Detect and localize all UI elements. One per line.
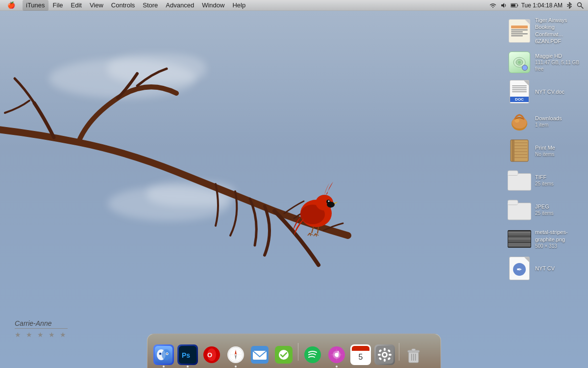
svg-rect-76 bbox=[384, 359, 386, 362]
svg-point-74 bbox=[383, 353, 386, 356]
nyt-cv-icon: ✒ bbox=[508, 257, 531, 280]
dock-item-spotify[interactable] bbox=[301, 343, 324, 366]
svg-point-45 bbox=[167, 353, 168, 354]
svg-point-11 bbox=[327, 202, 335, 208]
nyt-cv-doc-icon: DOC bbox=[508, 80, 531, 104]
desktop-item-metal-stripes[interactable]: metal-stripes-graphite.png 500 × 313 bbox=[505, 225, 583, 253]
print-me-icon bbox=[508, 139, 531, 162]
menubar-help[interactable]: Help bbox=[229, 0, 249, 11]
print-me-name: Print Me bbox=[535, 144, 580, 151]
svg-rect-38 bbox=[508, 204, 518, 205]
menubar-app[interactable]: iTunes bbox=[23, 0, 49, 11]
branch-illustration bbox=[0, 29, 382, 285]
apple-menu[interactable]: 🍎 bbox=[4, 0, 19, 11]
jpeg-name: JPEG bbox=[535, 203, 580, 210]
clock: Tue 1:04:18 AM bbox=[521, 2, 563, 9]
search-icon[interactable] bbox=[576, 2, 584, 9]
menubar-file[interactable]: File bbox=[49, 0, 67, 11]
jpeg-icon bbox=[508, 198, 531, 221]
spotify-icon bbox=[302, 344, 323, 365]
svg-rect-88 bbox=[412, 349, 416, 351]
desktop-items: Tiger Airways Booking Confirmat... 6ZAN.… bbox=[505, 15, 583, 282]
tiger-airways-icon bbox=[508, 19, 531, 43]
dock-item-itunes[interactable] bbox=[325, 343, 348, 366]
svg-rect-70 bbox=[352, 349, 369, 351]
finder-icon bbox=[153, 344, 174, 365]
cardinal-bird bbox=[289, 174, 343, 238]
svg-point-16 bbox=[518, 61, 521, 64]
metal-stripes-icon bbox=[508, 227, 531, 251]
desktop-item-nyt-cv[interactable]: ✒ NYT CV bbox=[505, 255, 583, 282]
bluetooth-icon bbox=[565, 2, 573, 9]
menubar-left: 🍎 iTunes File Edit View Controls Store A… bbox=[4, 0, 249, 11]
svg-rect-22 bbox=[512, 140, 514, 161]
finder-dot bbox=[163, 366, 165, 368]
svg-rect-33 bbox=[508, 174, 518, 175]
menubar-view[interactable]: View bbox=[86, 0, 107, 11]
dock-item-photoshop[interactable]: Ps bbox=[176, 343, 199, 366]
jpeg-sub: 25 items bbox=[535, 210, 580, 216]
svg-text:Ps: Ps bbox=[182, 351, 190, 359]
downloads-sub: 1 item bbox=[535, 122, 580, 128]
volume-icon bbox=[500, 2, 508, 9]
metal-stripes-sub: 500 × 313 bbox=[535, 243, 580, 249]
svg-rect-75 bbox=[384, 348, 386, 351]
dock-item-mail[interactable] bbox=[248, 343, 271, 366]
desktop-item-nyt-cv-doc[interactable]: DOC NYT CV.doc bbox=[505, 78, 583, 105]
dock-item-ical[interactable]: 5 bbox=[349, 343, 372, 366]
desktop-item-print-me[interactable]: Print Me No items bbox=[505, 137, 583, 164]
tiff-sub: 25 items bbox=[535, 181, 580, 187]
dock-item-things[interactable] bbox=[272, 343, 295, 366]
svg-marker-0 bbox=[501, 3, 504, 8]
menubar-store[interactable]: Store bbox=[139, 0, 161, 11]
desktop-item-tiger-airways[interactable]: Tiger Airways Booking Confirmat... 6ZAN.… bbox=[505, 15, 583, 47]
wifi-icon bbox=[489, 2, 497, 9]
desktop-item-downloads[interactable]: Downloads 1 item bbox=[505, 107, 583, 135]
svg-rect-29 bbox=[508, 174, 531, 191]
safari-dot bbox=[235, 366, 237, 368]
dock-item-opera[interactable]: O bbox=[200, 343, 223, 366]
dock-item-system-prefs[interactable] bbox=[373, 343, 396, 366]
tiff-icon bbox=[508, 168, 531, 192]
menubar-controls[interactable]: Controls bbox=[108, 0, 138, 11]
menubar-window[interactable]: Window bbox=[198, 0, 228, 11]
mail-icon bbox=[249, 344, 270, 365]
svg-rect-78 bbox=[389, 354, 392, 356]
svg-rect-3 bbox=[511, 4, 515, 6]
safari-icon bbox=[225, 344, 246, 365]
photoshop-icon: Ps bbox=[177, 344, 198, 365]
svg-point-10 bbox=[328, 201, 330, 202]
svg-text:O: O bbox=[207, 351, 212, 359]
desktop: 🍎 iTunes File Edit View Controls Store A… bbox=[0, 0, 588, 368]
desktop-item-tiff[interactable]: TIFF 25 items bbox=[505, 166, 583, 194]
svg-point-18 bbox=[512, 117, 527, 129]
maggie-hd-sub: 111.47 GB, 5.11 GB free bbox=[535, 59, 580, 72]
svg-point-43 bbox=[162, 349, 171, 360]
battery-icon bbox=[511, 2, 518, 9]
user-name: Carrie-Anne bbox=[15, 319, 68, 329]
dock-item-trash[interactable] bbox=[402, 343, 425, 366]
maggie-hd-icon bbox=[508, 51, 531, 74]
dock-separator bbox=[298, 343, 298, 361]
svg-line-13 bbox=[318, 227, 318, 234]
trash-icon bbox=[403, 344, 424, 365]
svg-point-42 bbox=[160, 353, 161, 354]
svg-text:5: 5 bbox=[359, 353, 363, 361]
svg-rect-77 bbox=[378, 354, 381, 356]
ical-icon: 5 bbox=[350, 344, 371, 365]
print-me-sub: No items bbox=[535, 151, 580, 158]
dock-item-finder[interactable] bbox=[152, 343, 175, 366]
downloads-name: Downloads bbox=[535, 115, 580, 122]
desktop-item-maggie-hd[interactable]: Maggie HD 111.47 GB, 5.11 GB free bbox=[505, 49, 583, 76]
svg-rect-2 bbox=[517, 4, 518, 6]
menubar-edit[interactable]: Edit bbox=[68, 0, 85, 11]
dock-item-safari[interactable] bbox=[224, 343, 247, 366]
tiff-name: TIFF bbox=[535, 174, 580, 181]
maggie-hd-name: Maggie HD bbox=[535, 53, 580, 59]
svg-point-62 bbox=[304, 346, 321, 363]
desktop-item-jpeg[interactable]: JPEG 25 items bbox=[505, 196, 583, 223]
menubar-advanced[interactable]: Advanced bbox=[162, 0, 197, 11]
svg-point-19 bbox=[514, 119, 519, 123]
photoshop-dot bbox=[187, 366, 189, 368]
dock-separator-2 bbox=[399, 343, 399, 361]
